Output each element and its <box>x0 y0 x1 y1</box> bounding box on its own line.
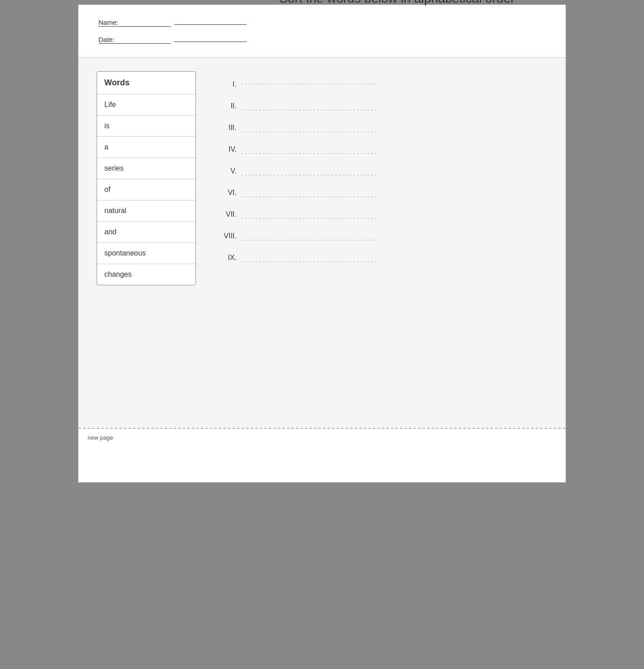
numeral-4: IV. <box>214 145 237 154</box>
answer-row-2: II. <box>214 102 547 111</box>
name-label: Name: <box>98 19 171 27</box>
answer-row-9: IX. <box>214 254 547 263</box>
answer-line-3 <box>241 124 386 133</box>
answer-row-3: III. <box>214 124 547 133</box>
answer-line-4 <box>241 145 386 154</box>
answer-line-9 <box>241 254 386 263</box>
answer-row-7: VII. <box>214 210 547 219</box>
answer-row-6: VI. <box>214 189 547 198</box>
word-item: spontaneous <box>97 243 196 264</box>
words-header: Words <box>97 72 196 94</box>
numeral-7: VII. <box>214 210 237 219</box>
new-page-label: new page <box>88 434 113 441</box>
bottom-whitespace <box>79 446 565 482</box>
numeral-5: V. <box>214 167 237 176</box>
word-item: Life <box>97 94 196 116</box>
answers-section: I. II. III. IV. V. <box>214 71 547 275</box>
date-label: Date: <box>98 36 171 44</box>
word-item: changes <box>97 264 196 285</box>
answer-row-4: IV. <box>214 145 547 154</box>
title-block: Sort the words below in alphabetical ord… <box>247 0 547 6</box>
answer-row-8: VIII. <box>214 232 547 241</box>
header-section: Name: Date: Sort the words below in alph… <box>79 5 565 57</box>
numeral-9: IX. <box>214 254 237 263</box>
words-box: Words Life is a series of natural and sp… <box>97 71 196 285</box>
answer-line-2 <box>241 102 386 111</box>
answer-line-6 <box>241 189 386 198</box>
answer-row-5: V. <box>214 167 547 176</box>
answer-line-8 <box>241 232 386 241</box>
numeral-6: VI. <box>214 189 237 198</box>
page-title: Sort the words below in alphabetical ord… <box>247 0 547 6</box>
word-item: and <box>97 222 196 243</box>
numeral-8: VIII. <box>214 232 237 241</box>
numeral-2: II. <box>214 102 237 111</box>
name-field: Name: <box>97 19 247 27</box>
answer-line-7 <box>241 210 386 219</box>
answer-line-1 <box>241 76 386 85</box>
word-item: of <box>97 179 196 200</box>
word-item: a <box>97 137 196 158</box>
answer-line-5 <box>241 167 386 176</box>
page-container: Name: Date: Sort the words below in alph… <box>78 5 566 483</box>
date-underline <box>174 42 247 42</box>
content-area: Words Life is a series of natural and sp… <box>97 71 547 285</box>
answer-row-1: I. <box>214 76 547 89</box>
word-item: is <box>97 116 196 137</box>
word-item: natural <box>97 200 196 222</box>
date-field: Date: <box>97 36 247 44</box>
name-date-block: Name: Date: <box>97 19 247 44</box>
numeral-1: I. <box>214 80 237 89</box>
main-section: Words Life is a series of natural and sp… <box>79 58 565 428</box>
footer-section: new page <box>79 428 565 446</box>
numeral-3: III. <box>214 124 237 133</box>
word-item: series <box>97 158 196 179</box>
name-underline <box>174 24 247 25</box>
